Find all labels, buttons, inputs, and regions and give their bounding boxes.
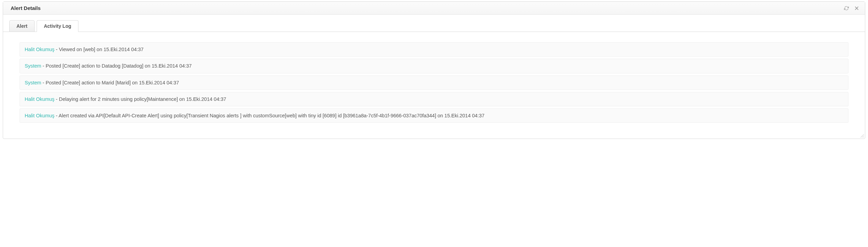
tab-activity-log[interactable]: Activity Log <box>37 20 78 32</box>
actor-link[interactable]: Halit Okumuş <box>25 47 54 52</box>
close-icon[interactable] <box>854 5 859 11</box>
list-item: Halit Okumuş - Viewed on [web] on 15.Eki… <box>20 42 848 57</box>
log-message: - Alert created via API[Default API-Crea… <box>54 113 484 118</box>
svg-line-4 <box>863 137 864 138</box>
log-message: - Delaying alert for 2 minutes using pol… <box>54 96 226 102</box>
activity-log-list: Halit Okumuş - Viewed on [web] on 15.Eki… <box>3 32 865 139</box>
actor-link[interactable]: Halit Okumuş <box>25 96 54 102</box>
alert-details-panel: Alert Details Alert Activity Log Halit O… <box>3 1 865 139</box>
actor-link[interactable]: Halit Okumuş <box>25 113 54 118</box>
refresh-icon[interactable] <box>844 5 849 11</box>
panel-actions <box>844 5 859 11</box>
tabs: Alert Activity Log <box>3 15 865 32</box>
list-item: Halit Okumuş - Delaying alert for 2 minu… <box>20 92 848 106</box>
actor-link[interactable]: System <box>25 80 41 85</box>
tabs-underline <box>3 32 865 32</box>
panel-header: Alert Details <box>3 2 865 15</box>
list-item: System - Posted [Create] action to Marid… <box>20 75 848 90</box>
log-message: - Posted [Create] action to Marid [Marid… <box>41 80 179 85</box>
list-item: System - Posted [Create] action to Datad… <box>20 59 848 73</box>
tab-alert[interactable]: Alert <box>9 20 35 32</box>
list-item: Halit Okumuş - Alert created via API[Def… <box>20 108 848 123</box>
actor-link[interactable]: System <box>25 63 41 69</box>
log-message: - Posted [Create] action to Datadog [Dat… <box>41 63 191 69</box>
resize-grip-icon[interactable] <box>859 133 864 138</box>
log-message: - Viewed on [web] on 15.Eki.2014 04:37 <box>54 47 144 52</box>
panel-title: Alert Details <box>11 5 41 11</box>
